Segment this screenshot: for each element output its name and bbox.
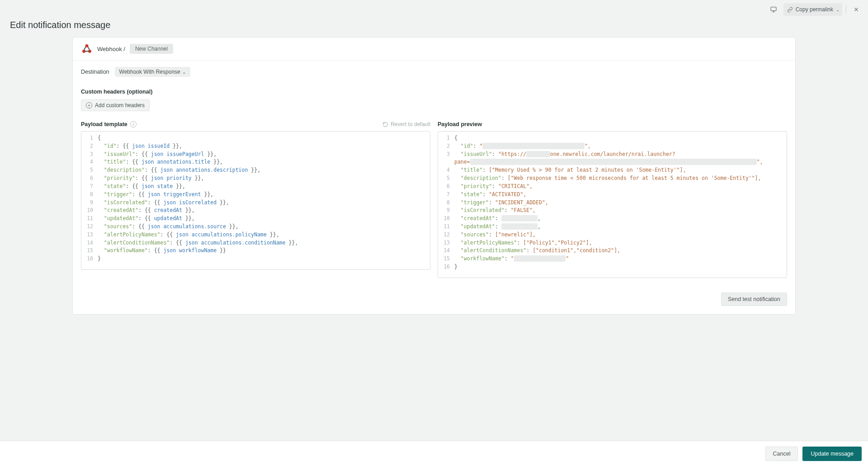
code-line: 15 "workflowName": "████████████████" xyxy=(438,255,787,263)
code-line: 12 "sources": {{ json accumulations.sour… xyxy=(81,223,430,231)
code-line: 15 "workflowName": {{ json workflowName … xyxy=(81,247,430,255)
revert-label: Revert to default xyxy=(391,121,430,127)
code-line: 1{ xyxy=(81,134,430,142)
code-line: 9 "isCorrelated": {{ json isCorrelated }… xyxy=(81,199,430,207)
code-line: 2 "id": "███████████████████████████████… xyxy=(438,142,787,151)
code-line: 3 "issueUrl": {{ json issuePageUrl }}, xyxy=(81,151,430,159)
channel-chip[interactable]: New Channel xyxy=(130,44,173,54)
code-line: 9 "isCorrelated": "FALSE", xyxy=(438,207,787,215)
send-test-notification-button[interactable]: Send test notification xyxy=(721,292,787,306)
breadcrumb: Webhook / xyxy=(97,46,125,52)
chevron-down-icon: ⌄ xyxy=(836,7,840,12)
code-line: 11 "updatedAt": {{ updatedAt }}, xyxy=(81,215,430,223)
code-line: 14 "alertConditionNames": ["condition1",… xyxy=(438,247,787,255)
svg-rect-0 xyxy=(771,7,776,11)
code-line: 16} xyxy=(81,255,430,263)
code-line: 2 "id": {{ json issueId }}, xyxy=(81,142,430,151)
cancel-button[interactable]: Cancel xyxy=(765,447,798,461)
code-line: 5 "description": {{ json annotations.des… xyxy=(81,166,430,174)
chevron-down-icon: ⌄ xyxy=(182,70,186,75)
destination-select[interactable]: Webhook With Response ⌄ xyxy=(115,67,190,77)
code-line: 14 "alertConditionNames": {{ json accumu… xyxy=(81,239,430,247)
svg-point-3 xyxy=(85,44,89,47)
webhook-icon xyxy=(81,43,93,55)
destination-value: Webhook With Response xyxy=(119,69,180,75)
code-line: 16} xyxy=(438,263,787,271)
add-custom-headers-button[interactable]: + Add custom headers xyxy=(81,99,150,111)
feedback-icon[interactable] xyxy=(767,3,780,16)
copy-permalink-label: Copy permalink xyxy=(796,6,833,13)
payload-template-editor[interactable]: 1{2 "id": {{ json issueId }},3 "issueUrl… xyxy=(81,131,430,270)
revert-to-default-button[interactable]: Revert to default xyxy=(382,121,430,127)
plus-icon: + xyxy=(86,102,92,108)
info-icon[interactable]: i xyxy=(130,121,137,127)
code-line: 10 "createdAt": ███████████, xyxy=(438,215,787,223)
add-custom-headers-label: Add custom headers xyxy=(95,102,145,108)
code-line: 5 "description": ["Web response time < 5… xyxy=(438,174,787,183)
code-line: 4 "title": {{ json annotations.title }}, xyxy=(81,158,430,166)
code-line: 7 "state": "ACTIVATED", xyxy=(438,191,787,199)
custom-headers-label: Custom headers (optional) xyxy=(73,80,795,99)
revert-icon xyxy=(382,122,388,127)
code-line: 8 "trigger": "INCIDENT_ADDED", xyxy=(438,199,787,207)
code-line: 13 "alertPolicyNames": {{ json accumulat… xyxy=(81,231,430,239)
svg-point-2 xyxy=(88,50,91,53)
divider xyxy=(846,5,846,14)
link-icon xyxy=(787,7,793,13)
svg-point-1 xyxy=(82,50,85,53)
close-icon[interactable] xyxy=(850,3,863,16)
payload-preview-viewer: 1{2 "id": "█████████████████████████████… xyxy=(438,131,787,278)
code-line: 10 "createdAt": {{ createdAt }}, xyxy=(81,207,430,215)
main-panel: Webhook / New Channel Destination Webhoo… xyxy=(72,37,796,315)
update-message-button[interactable]: Update message xyxy=(802,447,862,461)
code-line: 13 "alertPolicyNames": ["Policy1","Polic… xyxy=(438,239,787,247)
code-line: 6 "priority": {{ json priority }}, xyxy=(81,174,430,183)
code-line: 1{ xyxy=(438,134,787,142)
copy-permalink-button[interactable]: Copy permalink ⌄ xyxy=(783,3,842,16)
code-line: 6 "priority": "CRITICAL", xyxy=(438,183,787,191)
destination-label: Destination xyxy=(81,69,109,75)
code-line: 3 "issueUrl": "https://███████one.newrel… xyxy=(438,151,787,167)
code-line: 4 "title": ["Memory Used % > 90 for at l… xyxy=(438,166,787,174)
code-line: 11 "updatedAt": ███████████, xyxy=(438,223,787,231)
code-line: 8 "trigger": {{ json triggerEvent }}, xyxy=(81,191,430,199)
payload-preview-title: Payload preview xyxy=(438,121,482,127)
payload-template-title: Payload template xyxy=(81,121,127,127)
code-line: 12 "sources": ["newrelic"], xyxy=(438,231,787,239)
code-line: 7 "state": {{ json state }}, xyxy=(81,183,430,191)
page-title: Edit notification message xyxy=(10,20,110,30)
